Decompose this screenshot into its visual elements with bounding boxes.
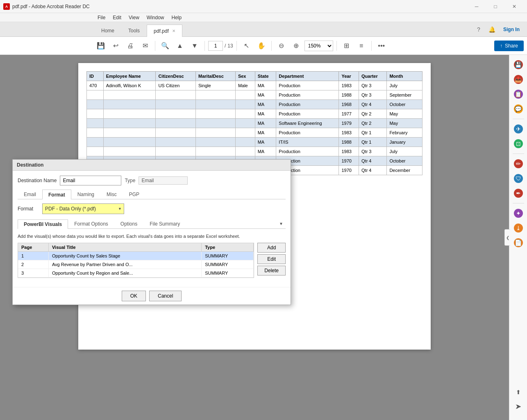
sidebar-sign-btn[interactable]: ✒ xyxy=(512,187,525,200)
tab-misc[interactable]: Misc xyxy=(100,190,123,199)
maximize-button[interactable]: □ xyxy=(486,0,505,13)
next-page-button[interactable]: ▼ xyxy=(188,39,201,52)
sidebar-stamp-btn[interactable]: ✦ xyxy=(512,207,525,220)
separator-5 xyxy=(336,41,337,51)
menu-window[interactable]: Window xyxy=(143,14,168,21)
window-controls: ─ □ ✕ xyxy=(467,0,524,13)
zoom-in-button[interactable]: ⊕ xyxy=(290,39,303,52)
tab-home-label: Home xyxy=(101,28,114,34)
print-button[interactable]: 🖨 xyxy=(124,39,137,52)
tab-naming[interactable]: Naming xyxy=(71,190,100,199)
menu-bar: File Edit View Window Help xyxy=(0,13,527,22)
table-row: MAProduction1983Qtr 1February xyxy=(87,128,423,138)
more-tools-button[interactable]: ••• xyxy=(375,39,388,52)
sidebar-sep-2 xyxy=(513,154,524,154)
save-button[interactable]: 💾 xyxy=(94,39,107,52)
tab-document-label: pdf.pdf xyxy=(154,28,169,34)
share-icon: ↑ xyxy=(500,43,502,49)
hand-tool-button[interactable]: ✋ xyxy=(255,39,268,52)
tab-home[interactable]: Home xyxy=(94,24,121,36)
select-tool-button[interactable]: ↖ xyxy=(240,39,253,52)
sidebar-expand-button[interactable]: ❮ xyxy=(504,229,510,246)
dest-name-input[interactable] xyxy=(60,176,121,185)
zoom-out-button[interactable]: ⊖ xyxy=(275,39,288,52)
share-button[interactable]: ↑ Share xyxy=(494,41,524,51)
dialog-footer: OK Cancel xyxy=(13,287,291,305)
list-item[interactable]: 2Avg Revenue by Partner Driven and O...S… xyxy=(18,260,254,269)
sub-tab-options[interactable]: Options xyxy=(114,219,143,228)
zoom-select[interactable]: 150% 100% 75% 50% xyxy=(304,41,333,51)
sidebar-organize-btn[interactable]: 📋 xyxy=(512,88,525,101)
sidebar-sign-icon: ✒ xyxy=(514,189,523,198)
cancel-button[interactable]: Cancel xyxy=(149,291,182,301)
sidebar-expand-right-btn[interactable]: ⮞ xyxy=(512,400,525,413)
close-button[interactable]: ✕ xyxy=(505,0,524,13)
sidebar-file-icon: 📄 xyxy=(514,238,523,247)
table-row: MASoftware Engineering1979Qtr 2May xyxy=(87,119,423,128)
separator-1 xyxy=(155,41,155,51)
delete-button[interactable]: Delete xyxy=(257,266,286,275)
destination-dialog[interactable]: Destination Destination Name Type Email … xyxy=(12,159,291,305)
add-button[interactable]: Add xyxy=(257,243,286,253)
sidebar-sep-3 xyxy=(513,203,524,203)
sidebar-save-btn[interactable]: 💾 xyxy=(512,58,525,71)
page-input[interactable] xyxy=(208,41,223,51)
sidebar-comment-btn[interactable]: 💬 xyxy=(512,102,525,115)
minimize-button[interactable]: ─ xyxy=(467,0,486,13)
tab-tools[interactable]: Tools xyxy=(121,24,147,36)
tab-tools-label: Tools xyxy=(128,28,140,34)
sidebar-file-btn[interactable]: 📄 xyxy=(512,236,525,249)
sidebar-export-btn[interactable]: 📤 xyxy=(512,73,525,86)
tab-close-icon[interactable]: ✕ xyxy=(172,29,175,33)
dialog-body: Destination Name Type Email Email Format… xyxy=(13,171,291,287)
sub-tab-scroll-icon[interactable]: ▼ xyxy=(277,220,286,228)
tab-email[interactable]: Email xyxy=(18,190,42,199)
sub-tab-file-summary[interactable]: File Summary xyxy=(143,219,186,228)
format-select-wrap: PDF - Data Only (*.pdf) Excel - Data Onl… xyxy=(42,203,124,214)
view-mode-button[interactable]: ⊞ xyxy=(340,39,353,52)
sidebar-collapse-up-btn[interactable]: ⬆ xyxy=(512,386,525,399)
format-select[interactable]: PDF - Data Only (*.pdf) Excel - Data Onl… xyxy=(42,203,124,214)
menu-view[interactable]: View xyxy=(125,14,143,21)
sidebar-edit-btn[interactable]: ✏ xyxy=(512,157,525,170)
help-button[interactable]: ? xyxy=(474,25,484,34)
scroll-mode-button[interactable]: ≡ xyxy=(355,39,368,52)
tab-bar: Home Tools pdf.pdf ✕ ? 🔔 Sign In xyxy=(0,22,527,37)
format-row: Format PDF - Data Only (*.pdf) Excel - D… xyxy=(18,203,286,214)
edit-button[interactable]: Edit xyxy=(257,254,286,264)
tab-document[interactable]: pdf.pdf ✕ xyxy=(147,25,182,37)
sign-in-button[interactable]: Sign In xyxy=(500,25,523,34)
acrobat-icon: A xyxy=(3,3,10,10)
menu-edit[interactable]: Edit xyxy=(109,14,125,21)
list-item[interactable]: 1Opportunity Count by Sales StageSUMMARY xyxy=(18,252,254,260)
separator-2 xyxy=(204,41,205,51)
sidebar-reduce-icon: ⤓ xyxy=(514,224,523,233)
tab-bar-right: ? 🔔 Sign In xyxy=(474,25,523,34)
zoom-out-small-button[interactable]: 🔍 xyxy=(159,39,172,52)
sidebar-reduce-btn[interactable]: ⤓ xyxy=(512,221,525,235)
visuals-table: Page Visual Title Type 1Opportunity Coun… xyxy=(18,243,254,278)
menu-help[interactable]: Help xyxy=(168,14,185,21)
sidebar-compress-btn[interactable]: ⊡ xyxy=(512,137,525,150)
menu-file[interactable]: File xyxy=(94,14,109,21)
tab-format[interactable]: Format xyxy=(42,190,71,199)
tab-pgp[interactable]: PGP xyxy=(123,190,145,199)
sidebar-comment-icon: 💬 xyxy=(514,104,523,113)
sidebar-protect-btn[interactable]: 🛡 xyxy=(512,172,525,185)
ok-button[interactable]: OK xyxy=(122,291,146,301)
sidebar-send-btn[interactable]: ✈ xyxy=(512,122,525,135)
dialog-title: Destination xyxy=(13,160,291,171)
sub-tab-format-options[interactable]: Format Options xyxy=(68,219,114,228)
undo-button[interactable]: ↩ xyxy=(109,39,122,52)
email-button[interactable]: ✉ xyxy=(139,39,152,52)
col-employee: Employee Name xyxy=(103,72,156,81)
table-row: MAIT/IS1988Qtr 1January xyxy=(87,138,423,147)
separator-3 xyxy=(236,41,237,51)
table-row: MAProduction1988Qtr 3September xyxy=(87,90,423,100)
prev-page-button[interactable]: ▲ xyxy=(173,39,186,52)
separator-4 xyxy=(271,41,272,51)
col-quarter: Quarter xyxy=(359,72,387,81)
notifications-button[interactable]: 🔔 xyxy=(487,25,497,34)
list-item[interactable]: 3Opportunity Count by Region and Sale...… xyxy=(18,269,254,278)
sub-tab-powerbi[interactable]: PowerBI Visuals xyxy=(18,219,68,229)
